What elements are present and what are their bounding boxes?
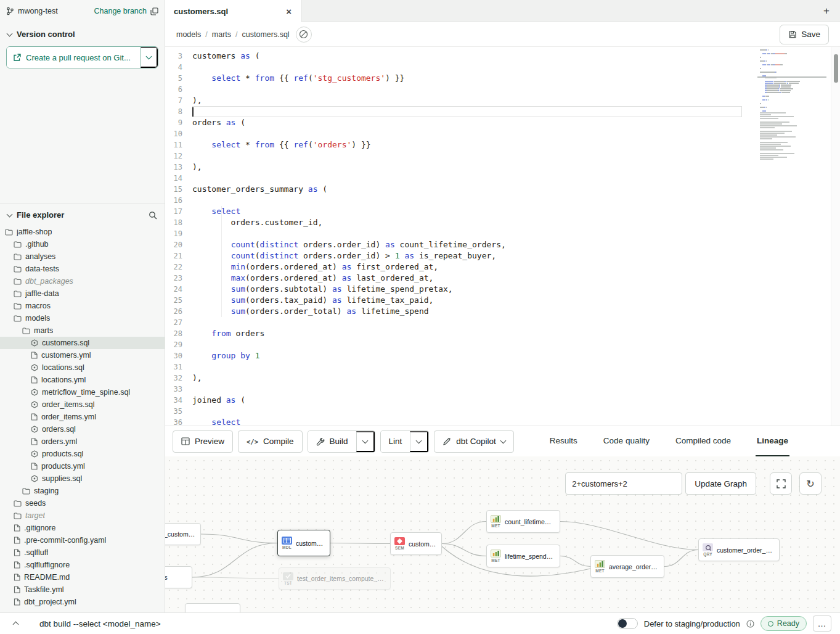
file-tree-item-locations.sql[interactable]: locations.sql bbox=[0, 361, 165, 374]
code-line-15[interactable]: 15customer_orders_summary as ( bbox=[165, 184, 840, 195]
code-line-8[interactable]: 8 bbox=[165, 106, 840, 117]
file-tree-item-orders.sql[interactable]: orders.sql bbox=[0, 423, 165, 435]
command-text[interactable]: dbt build --select <model_name> bbox=[39, 619, 161, 628]
code-line-16[interactable]: 16 bbox=[165, 195, 840, 206]
lineage-node-count_lifetime_orders[interactable]: METcount_lifetime_orders bbox=[486, 510, 560, 533]
expand-command-bar-button[interactable] bbox=[9, 617, 22, 630]
circle-slash-icon-button[interactable] bbox=[296, 27, 312, 43]
code-line-10[interactable]: 10 bbox=[165, 128, 840, 139]
lineage-node-lifetime_spend_pretax[interactable]: METlifetime_spend_pretax bbox=[486, 545, 560, 567]
code-line-25[interactable]: 25 sum(orders.tax_paid) as lifetime_tax_… bbox=[165, 295, 840, 306]
file-tree-item-staging[interactable]: staging bbox=[0, 485, 165, 497]
code-line-29[interactable]: 29 bbox=[165, 339, 840, 350]
file-tree-item-data-tests[interactable]: data-tests bbox=[0, 263, 165, 275]
update-graph-button[interactable]: Update Graph bbox=[685, 472, 756, 495]
code-line-6[interactable]: 6 bbox=[165, 84, 840, 95]
change-branch-link[interactable]: Change branch bbox=[94, 7, 147, 15]
file-tree-item-customers.yml[interactable]: customers.yml bbox=[0, 349, 165, 361]
code-line-17[interactable]: 17 select bbox=[165, 206, 840, 217]
breadcrumb-segment-customers.sql[interactable]: customers.sql bbox=[242, 30, 290, 39]
file-tree-item-target[interactable]: target bbox=[0, 509, 165, 522]
file-tree-item-order_items.sql[interactable]: order_items.sql bbox=[0, 398, 165, 411]
file-tree-item-locations.yml[interactable]: locations.yml bbox=[0, 374, 165, 386]
build-dropdown-button[interactable] bbox=[356, 431, 375, 452]
copy-icon[interactable] bbox=[150, 7, 158, 15]
scrollbar-thumb[interactable] bbox=[834, 54, 838, 83]
code-line-21[interactable]: 21 count(distinct orders.order_id) > 1 a… bbox=[165, 250, 840, 261]
code-line-11[interactable]: 11 select * from {{ ref('orders') }} bbox=[165, 139, 840, 150]
file-tree-item-dbt_packages[interactable]: dbt_packages bbox=[0, 275, 165, 287]
file-tree-item-.gitignore[interactable]: .gitignore bbox=[0, 522, 165, 534]
breadcrumb-segment-models[interactable]: models bbox=[176, 30, 201, 39]
code-line-23[interactable]: 23 max(orders.ordered_at) as last_ordere… bbox=[165, 273, 840, 284]
file-tree-item-Taskfile.yml[interactable]: Taskfile.yml bbox=[0, 583, 165, 596]
file-explorer-header[interactable]: File explorer bbox=[0, 204, 165, 224]
save-button[interactable]: Save bbox=[780, 25, 829, 44]
preview-button[interactable]: Preview bbox=[173, 430, 233, 453]
compile-button[interactable]: </> Compile bbox=[238, 430, 303, 453]
code-line-9[interactable]: 9orders as ( bbox=[165, 117, 840, 128]
new-tab-button[interactable]: + bbox=[813, 0, 840, 22]
code-line-3[interactable]: 3customers as ( bbox=[165, 51, 840, 62]
file-tree-item-customers.sql[interactable]: customers.sql bbox=[0, 337, 165, 349]
file-tree-item-supplies.sql[interactable]: supplies.sql bbox=[0, 472, 165, 485]
version-control-header[interactable]: Version control bbox=[0, 22, 165, 45]
lineage-node-average_order_value[interactable]: METaverage_order_value bbox=[590, 555, 664, 578]
tab-results[interactable]: Results bbox=[548, 426, 579, 456]
lint-dropdown-button[interactable] bbox=[410, 431, 428, 452]
code-line-20[interactable]: 20 count(distinct orders.order_id) as co… bbox=[165, 239, 840, 250]
code-line-28[interactable]: 28 from orders bbox=[165, 328, 840, 339]
code-line-26[interactable]: 26 sum(orders.order_total) as lifetime_s… bbox=[165, 306, 840, 317]
file-tree-item-README.md[interactable]: README.md bbox=[0, 571, 165, 583]
tab-lineage[interactable]: Lineage bbox=[756, 426, 789, 456]
code-line-35[interactable]: 35 bbox=[165, 406, 840, 417]
code-line-36[interactable]: 36 select bbox=[165, 417, 840, 426]
file-tree-item-marts[interactable]: marts bbox=[0, 324, 165, 337]
code-line-31[interactable]: 31 bbox=[165, 361, 840, 373]
file-tree-item-products.sql[interactable]: products.sql bbox=[0, 448, 165, 460]
file-tree-item-analyses[interactable]: analyses bbox=[0, 250, 165, 263]
minimap[interactable] bbox=[760, 49, 809, 160]
code-line-34[interactable]: 34joined as ( bbox=[165, 395, 840, 406]
code-line-13[interactable]: 13), bbox=[165, 162, 840, 173]
file-tree-item-dbt_project.yml[interactable]: dbt_project.yml bbox=[0, 596, 165, 608]
refresh-button[interactable]: ↻ bbox=[799, 472, 822, 495]
lineage-node-customer_order_metrics[interactable]: QRYcustomer_order_metrics bbox=[698, 538, 780, 561]
defer-toggle[interactable] bbox=[617, 618, 638, 629]
code-line-12[interactable]: 12 bbox=[165, 150, 840, 162]
file-tree-item-.sqlfluff[interactable]: .sqlfluff bbox=[0, 546, 165, 559]
lineage-node-test_order_items[interactable]: TSTtest_order_items_compute_to_bools... bbox=[279, 567, 391, 590]
file-tree-item-jaffle-data[interactable]: jaffle-data bbox=[0, 287, 165, 300]
close-icon[interactable]: × bbox=[285, 6, 293, 17]
file-tree-item-.pre-commit-config.yaml[interactable]: .pre-commit-config.yaml bbox=[0, 534, 165, 546]
tab-code-quality[interactable]: Code quality bbox=[602, 426, 651, 456]
code-line-22[interactable]: 22 min(orders.ordered_at) as first_order… bbox=[165, 261, 840, 273]
file-tree-item-metricflow_time_spine.sql[interactable]: metricflow_time_spine.sql bbox=[0, 386, 165, 398]
create-pr-button[interactable]: Create a pull request on Git... bbox=[7, 47, 141, 68]
code-line-7[interactable]: 7), bbox=[165, 95, 840, 106]
lineage-node-orders[interactable]: MDLorders bbox=[165, 566, 192, 588]
file-tree-item-.github[interactable]: .github bbox=[0, 238, 165, 250]
fullscreen-button[interactable] bbox=[770, 472, 792, 495]
lineage-node-customers_model[interactable]: MDLcustomers bbox=[277, 530, 330, 556]
pr-dropdown-button[interactable] bbox=[141, 47, 158, 68]
lineage-selector-input[interactable] bbox=[565, 472, 682, 495]
code-line-24[interactable]: 24 sum(orders.subtotal) as lifetime_spen… bbox=[165, 284, 840, 295]
code-line-33[interactable]: 33 bbox=[165, 384, 840, 395]
code-line-27[interactable]: 27 bbox=[165, 317, 840, 328]
code-line-4[interactable]: 4 bbox=[165, 62, 840, 73]
file-tree-item-models[interactable]: models bbox=[0, 312, 165, 324]
more-options-button[interactable]: … bbox=[813, 615, 831, 632]
file-tree-item-orders.yml[interactable]: orders.yml bbox=[0, 435, 165, 448]
lint-button[interactable]: Lint bbox=[381, 431, 410, 452]
file-tree-item-.sqlfluffignore[interactable]: .sqlfluffignore bbox=[0, 559, 165, 571]
code-line-18[interactable]: 18 orders.customer_id, bbox=[165, 217, 840, 228]
file-tree-item-macros[interactable]: macros bbox=[0, 300, 165, 312]
lineage-node-partial[interactable] bbox=[185, 603, 240, 612]
dbt-copilot-button[interactable]: dbt Copilot bbox=[434, 430, 514, 453]
status-ready-badge[interactable]: Ready bbox=[760, 616, 807, 631]
code-line-5[interactable]: 5 select * from {{ ref('stg_customers') … bbox=[165, 73, 840, 84]
code-line-30[interactable]: 30 group by 1 bbox=[165, 350, 840, 361]
search-icon[interactable] bbox=[149, 211, 157, 220]
lineage-node-customers_semantic[interactable]: SEMcustomers bbox=[390, 532, 442, 555]
